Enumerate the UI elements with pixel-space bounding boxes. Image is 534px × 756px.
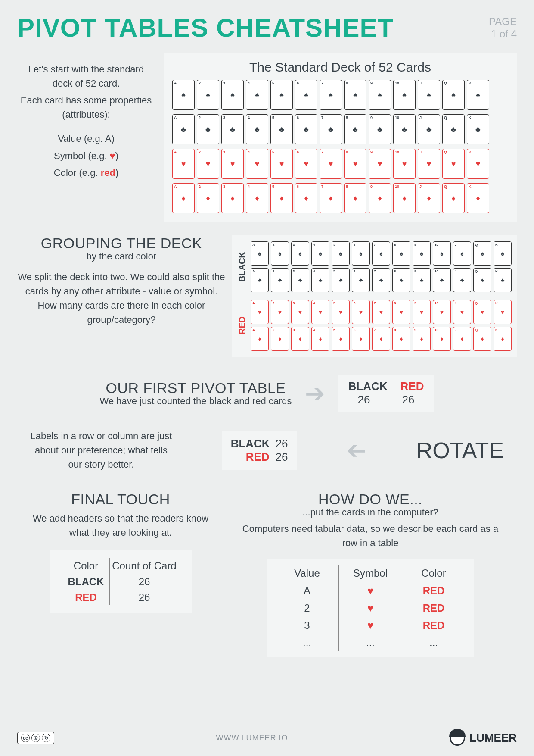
playing-card: 9♣ (413, 268, 431, 292)
playing-card: 9♠ (369, 80, 391, 110)
playing-card: 9♥ (369, 149, 391, 179)
final-row2-val: 26 (110, 590, 179, 605)
dt-hdr-value: Value (276, 565, 339, 582)
playing-card: 2♣ (271, 268, 289, 292)
rotate-body: Labels in a row or column are just about… (30, 429, 172, 472)
playing-card: 8♣ (392, 268, 410, 292)
playing-card: 8♣ (344, 114, 366, 144)
dt-hdr-symbol: Symbol (339, 565, 402, 582)
playing-card: 6♥ (352, 300, 370, 324)
grouping-body: We split the deck into two. We could als… (17, 270, 226, 327)
label-red: RED (237, 300, 247, 351)
playing-card: 4♥ (311, 300, 329, 324)
playing-card: 2♥ (271, 300, 289, 324)
black-half: BLACK A♠2♠3♠4♠5♠6♠7♠8♠9♠10♠J♠Q♠K♠A♣2♣3♣4… (237, 241, 512, 292)
playing-card: 5♥ (270, 149, 293, 179)
playing-card: 3♣ (291, 268, 309, 292)
playing-card: 6♠ (352, 241, 370, 266)
playing-card: 8♠ (344, 80, 366, 110)
playing-card: K♣ (494, 268, 512, 292)
table-row: ......... (276, 634, 465, 651)
playing-card: A♥ (251, 300, 269, 324)
playing-card: 4♦ (311, 327, 329, 351)
data-table: Value Symbol Color A♥RED2♥RED3♥RED......… (267, 559, 474, 657)
lumeer-brand: LUMEER (469, 731, 517, 745)
playing-card: 10♠ (433, 241, 451, 266)
playing-card: 5♦ (332, 327, 350, 351)
final-touch-column: FINAL TOUCH We add headers so that the r… (30, 491, 211, 657)
playing-card: 5♠ (332, 241, 350, 266)
attr-color: Color (e.g. red) (17, 164, 155, 181)
table-row: A♥RED (276, 582, 465, 600)
playing-card: Q♠ (442, 80, 465, 110)
cc-icon: cc (21, 734, 30, 742)
page-footer: cc ① ↻ WWW.LUMEER.IO LUMEER (0, 730, 534, 746)
attr-symbol: Symbol (e.g. ♥) (17, 147, 155, 165)
playing-card: 3♦ (291, 327, 309, 351)
lumeer-face-icon (450, 730, 465, 746)
row-black-val: 26 (276, 437, 288, 450)
playing-card: 2♦ (271, 327, 289, 351)
first-pivot-section: OUR FIRST PIVOT TABLE We have just count… (17, 375, 517, 412)
attr-value: Value (e.g. A) (17, 130, 155, 147)
playing-card: A♠ (251, 241, 269, 266)
playing-card: 7♥ (372, 300, 390, 324)
playing-card: 7♦ (320, 183, 342, 213)
playing-card: 5♥ (332, 300, 350, 324)
playing-card: 7♣ (320, 114, 342, 144)
playing-card: 7♦ (372, 327, 390, 351)
playing-card: 4♣ (311, 268, 329, 292)
playing-card: 6♣ (295, 114, 317, 144)
card-row: A♦2♦3♦4♦5♦6♦7♦8♦9♦10♦J♦Q♦K♦ (172, 183, 508, 213)
playing-card: J♣ (418, 114, 440, 144)
arrow-right-icon: ➔ (305, 379, 325, 407)
attribute-list: Value (e.g. A) Symbol (e.g. ♥) Color (e.… (17, 130, 155, 181)
red-half: RED A♥2♥3♥4♥5♥6♥7♥8♥9♥10♥J♥Q♥K♥A♦2♦3♦4♦5… (237, 300, 512, 351)
grouping-subtitle: by the card color (17, 251, 226, 262)
playing-card: 7♠ (372, 241, 390, 266)
deck-title: The Standard Deck of 52 Cards (172, 60, 508, 75)
playing-card: 4♥ (246, 149, 268, 179)
playing-card: J♥ (418, 149, 440, 179)
playing-card: 3♥ (221, 149, 244, 179)
playing-card: J♠ (453, 241, 471, 266)
cell-symbol: ♥ (339, 600, 402, 617)
playing-card: 5♣ (270, 114, 293, 144)
val-red: 26 (402, 393, 415, 406)
playing-card: 9♣ (369, 114, 391, 144)
page-header: PIVOT TABLES CHEATSHEET PAGE 1 of 4 (17, 13, 517, 43)
playing-card: A♦ (251, 327, 269, 351)
cell-value: A (276, 582, 339, 600)
card-row: A♠2♠3♠4♠5♠6♠7♠8♠9♠10♠J♠Q♠K♠ (172, 80, 508, 110)
cell-color: RED (402, 617, 465, 634)
playing-card: 8♦ (344, 183, 366, 213)
playing-card: 5♠ (270, 80, 293, 110)
cell-symbol: ... (339, 634, 402, 651)
playing-card: 8♥ (392, 300, 410, 324)
playing-card: 6♥ (295, 149, 317, 179)
grouping-section: GROUPING THE DECK by the card color We s… (17, 235, 517, 357)
playing-card: 4♣ (246, 114, 268, 144)
row-red-label: RED (231, 450, 270, 464)
playing-card: A♣ (251, 268, 269, 292)
final-row1-val: 26 (110, 574, 179, 590)
first-pivot-subtitle: We have just counted the black and red c… (100, 396, 292, 407)
playing-card: Q♥ (442, 149, 465, 179)
cell-value: ... (276, 634, 339, 651)
dt-hdr-color: Color (402, 565, 465, 582)
pivot-vertical: BLACK26 RED26 (222, 431, 297, 470)
by-icon: ① (31, 734, 40, 742)
playing-card: 10♣ (433, 268, 451, 292)
rotate-label: ROTATE (416, 437, 504, 463)
playing-card: 2♦ (197, 183, 219, 213)
row-red-val: 26 (276, 450, 288, 464)
playing-card: 10♦ (393, 183, 416, 213)
playing-card: 10♣ (393, 114, 416, 144)
playing-card: Q♦ (442, 183, 465, 213)
playing-card: 3♣ (221, 114, 244, 144)
playing-card: K♠ (494, 241, 512, 266)
cell-symbol: ♥ (339, 582, 402, 600)
playing-card: 4♦ (246, 183, 268, 213)
playing-card: 7♠ (320, 80, 342, 110)
cell-value: 3 (276, 617, 339, 634)
